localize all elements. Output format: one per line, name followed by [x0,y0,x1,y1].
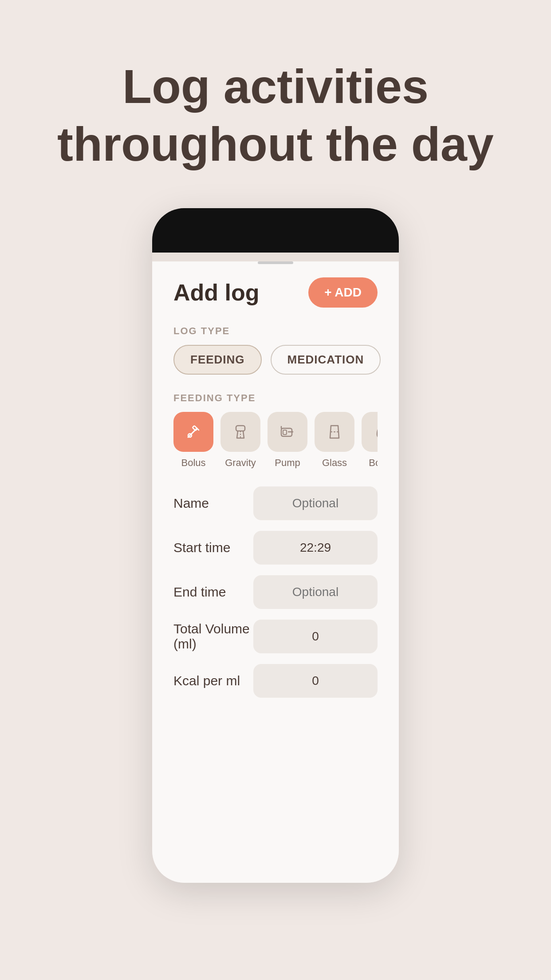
kcal-input[interactable] [253,664,378,698]
svg-line-3 [197,428,199,430]
total-volume-input[interactable] [253,620,378,653]
screen-title: Add log [173,279,260,306]
name-input[interactable] [253,486,378,520]
phone-mockup: Add log + ADD LOG TYPE FEEDING MEDICATIO… [152,208,399,883]
end-time-input[interactable] [253,575,378,609]
svg-rect-4 [236,426,245,431]
feeding-type-glass[interactable]: Glass [315,412,354,469]
log-type-options: FEEDING MEDICATION [173,345,378,375]
phone-screen: Add log + ADD LOG TYPE FEEDING MEDICATIO… [152,261,399,883]
feeding-type-pump[interactable]: Pump [268,412,307,469]
pump-icon [278,422,297,442]
form-row-kcal: Kcal per ml [173,664,378,698]
form-row-total-volume: Total Volume (ml) [173,620,378,653]
feeding-type-bottle[interactable]: Bott... [362,412,378,469]
feeding-type-options: Bolus Gravity [173,412,378,469]
gravity-icon-box [220,412,260,452]
glass-icon-box [315,412,354,452]
screen-content: Add log + ADD LOG TYPE FEEDING MEDICATIO… [152,264,399,726]
bottle-icon [372,422,378,442]
svg-rect-7 [283,430,287,435]
hero-title-line1: Log activities [57,58,494,115]
bolus-label: Bolus [181,457,205,469]
kcal-label: Kcal per ml [173,673,240,688]
start-time-label: Start time [173,540,230,555]
feeding-type-label: FEEDING TYPE [173,392,378,404]
bottle-label: Bott... [369,457,378,469]
add-button[interactable]: + ADD [308,277,378,308]
end-time-label: End time [173,585,226,600]
log-type-feeding[interactable]: FEEDING [173,345,262,375]
gravity-icon [231,422,250,442]
start-time-input[interactable] [253,531,378,565]
name-label: Name [173,496,209,511]
hero-title-line2: throughout the day [57,115,494,173]
log-type-medication[interactable]: MEDICATION [271,345,381,375]
hero-section: Log activities throughout the day [57,58,494,173]
bolus-icon [184,422,203,442]
svg-line-0 [188,428,197,437]
total-volume-label: Total Volume (ml) [173,621,253,652]
bottle-icon-box [362,412,378,452]
pump-label: Pump [275,457,300,469]
phone-notch [152,208,399,253]
log-type-label: LOG TYPE [173,325,378,337]
feeding-type-gravity[interactable]: Gravity [220,412,260,469]
gravity-label: Gravity [225,457,256,469]
form-row-start-time: Start time [173,531,378,565]
glass-icon [325,422,344,442]
form-row-end-time: End time [173,575,378,609]
form-row-name: Name [173,486,378,520]
feeding-type-section: FEEDING TYPE Bolus [173,392,378,469]
glass-label: Glass [322,457,347,469]
screen-header: Add log + ADD [173,277,378,308]
bolus-icon-box [173,412,213,452]
pump-icon-box [268,412,307,452]
feeding-type-bolus[interactable]: Bolus [173,412,213,469]
